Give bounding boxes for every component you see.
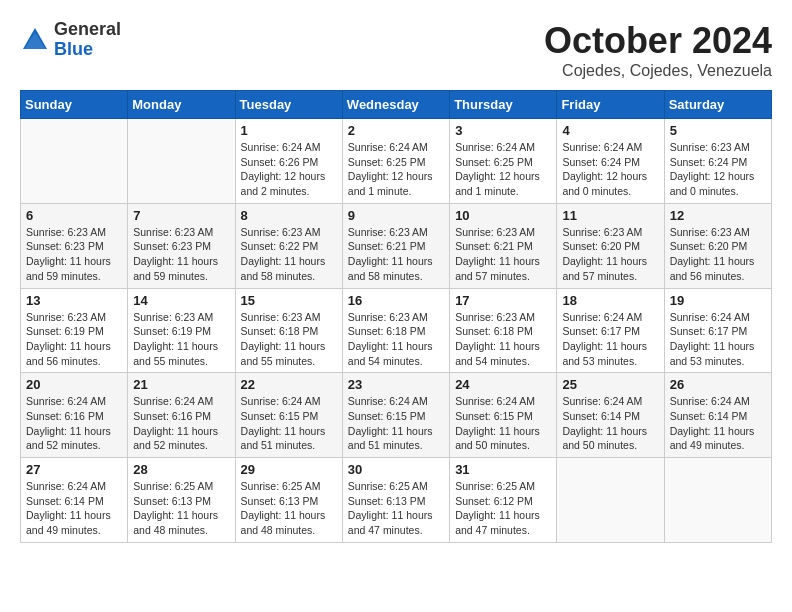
day-number: 29 xyxy=(241,462,337,477)
day-number: 27 xyxy=(26,462,122,477)
day-number: 23 xyxy=(348,377,444,392)
day-number: 14 xyxy=(133,293,229,308)
day-number: 26 xyxy=(670,377,766,392)
page-header: General Blue October 2024 Cojedes, Cojed… xyxy=(20,20,772,80)
day-info: Sunrise: 6:24 AM Sunset: 6:25 PM Dayligh… xyxy=(455,140,551,199)
calendar-cell: 26Sunrise: 6:24 AM Sunset: 6:14 PM Dayli… xyxy=(664,373,771,458)
calendar-cell: 11Sunrise: 6:23 AM Sunset: 6:20 PM Dayli… xyxy=(557,203,664,288)
calendar-cell: 16Sunrise: 6:23 AM Sunset: 6:18 PM Dayli… xyxy=(342,288,449,373)
day-number: 10 xyxy=(455,208,551,223)
calendar-cell: 7Sunrise: 6:23 AM Sunset: 6:23 PM Daylig… xyxy=(128,203,235,288)
calendar-cell: 3Sunrise: 6:24 AM Sunset: 6:25 PM Daylig… xyxy=(450,119,557,204)
logo-icon xyxy=(20,25,50,55)
calendar-cell: 24Sunrise: 6:24 AM Sunset: 6:15 PM Dayli… xyxy=(450,373,557,458)
calendar-cell: 10Sunrise: 6:23 AM Sunset: 6:21 PM Dayli… xyxy=(450,203,557,288)
calendar-cell: 6Sunrise: 6:23 AM Sunset: 6:23 PM Daylig… xyxy=(21,203,128,288)
calendar-cell: 18Sunrise: 6:24 AM Sunset: 6:17 PM Dayli… xyxy=(557,288,664,373)
day-number: 5 xyxy=(670,123,766,138)
day-number: 12 xyxy=(670,208,766,223)
day-info: Sunrise: 6:24 AM Sunset: 6:16 PM Dayligh… xyxy=(133,394,229,453)
calendar-cell: 1Sunrise: 6:24 AM Sunset: 6:26 PM Daylig… xyxy=(235,119,342,204)
calendar-cell: 9Sunrise: 6:23 AM Sunset: 6:21 PM Daylig… xyxy=(342,203,449,288)
day-info: Sunrise: 6:25 AM Sunset: 6:13 PM Dayligh… xyxy=(133,479,229,538)
day-info: Sunrise: 6:24 AM Sunset: 6:25 PM Dayligh… xyxy=(348,140,444,199)
day-info: Sunrise: 6:24 AM Sunset: 6:26 PM Dayligh… xyxy=(241,140,337,199)
svg-marker-1 xyxy=(25,32,46,49)
col-header-monday: Monday xyxy=(128,91,235,119)
col-header-saturday: Saturday xyxy=(664,91,771,119)
day-info: Sunrise: 6:23 AM Sunset: 6:19 PM Dayligh… xyxy=(133,310,229,369)
logo-general-text: General xyxy=(54,19,121,39)
day-number: 13 xyxy=(26,293,122,308)
logo: General Blue xyxy=(20,20,121,60)
calendar-cell xyxy=(21,119,128,204)
day-number: 17 xyxy=(455,293,551,308)
calendar-cell xyxy=(128,119,235,204)
day-number: 31 xyxy=(455,462,551,477)
day-info: Sunrise: 6:24 AM Sunset: 6:15 PM Dayligh… xyxy=(241,394,337,453)
day-number: 1 xyxy=(241,123,337,138)
calendar-cell: 12Sunrise: 6:23 AM Sunset: 6:20 PM Dayli… xyxy=(664,203,771,288)
logo-blue-text: Blue xyxy=(54,39,93,59)
day-number: 25 xyxy=(562,377,658,392)
calendar-cell: 28Sunrise: 6:25 AM Sunset: 6:13 PM Dayli… xyxy=(128,458,235,543)
calendar-cell: 20Sunrise: 6:24 AM Sunset: 6:16 PM Dayli… xyxy=(21,373,128,458)
col-header-friday: Friday xyxy=(557,91,664,119)
day-info: Sunrise: 6:24 AM Sunset: 6:17 PM Dayligh… xyxy=(670,310,766,369)
day-info: Sunrise: 6:23 AM Sunset: 6:20 PM Dayligh… xyxy=(562,225,658,284)
title-block: October 2024 Cojedes, Cojedes, Venezuela xyxy=(544,20,772,80)
col-header-tuesday: Tuesday xyxy=(235,91,342,119)
col-header-thursday: Thursday xyxy=(450,91,557,119)
calendar-cell: 21Sunrise: 6:24 AM Sunset: 6:16 PM Dayli… xyxy=(128,373,235,458)
day-info: Sunrise: 6:25 AM Sunset: 6:12 PM Dayligh… xyxy=(455,479,551,538)
calendar-cell: 30Sunrise: 6:25 AM Sunset: 6:13 PM Dayli… xyxy=(342,458,449,543)
day-info: Sunrise: 6:23 AM Sunset: 6:22 PM Dayligh… xyxy=(241,225,337,284)
col-header-sunday: Sunday xyxy=(21,91,128,119)
day-info: Sunrise: 6:23 AM Sunset: 6:19 PM Dayligh… xyxy=(26,310,122,369)
month-title: October 2024 xyxy=(544,20,772,62)
day-number: 30 xyxy=(348,462,444,477)
calendar-cell xyxy=(664,458,771,543)
calendar-cell xyxy=(557,458,664,543)
day-info: Sunrise: 6:25 AM Sunset: 6:13 PM Dayligh… xyxy=(241,479,337,538)
day-info: Sunrise: 6:23 AM Sunset: 6:23 PM Dayligh… xyxy=(133,225,229,284)
calendar-cell: 25Sunrise: 6:24 AM Sunset: 6:14 PM Dayli… xyxy=(557,373,664,458)
day-number: 6 xyxy=(26,208,122,223)
calendar-cell: 2Sunrise: 6:24 AM Sunset: 6:25 PM Daylig… xyxy=(342,119,449,204)
day-number: 9 xyxy=(348,208,444,223)
day-info: Sunrise: 6:24 AM Sunset: 6:14 PM Dayligh… xyxy=(26,479,122,538)
day-number: 20 xyxy=(26,377,122,392)
calendar-cell: 23Sunrise: 6:24 AM Sunset: 6:15 PM Dayli… xyxy=(342,373,449,458)
day-number: 2 xyxy=(348,123,444,138)
day-info: Sunrise: 6:24 AM Sunset: 6:16 PM Dayligh… xyxy=(26,394,122,453)
col-header-wednesday: Wednesday xyxy=(342,91,449,119)
calendar-cell: 19Sunrise: 6:24 AM Sunset: 6:17 PM Dayli… xyxy=(664,288,771,373)
calendar-cell: 17Sunrise: 6:23 AM Sunset: 6:18 PM Dayli… xyxy=(450,288,557,373)
calendar-cell: 27Sunrise: 6:24 AM Sunset: 6:14 PM Dayli… xyxy=(21,458,128,543)
day-info: Sunrise: 6:24 AM Sunset: 6:14 PM Dayligh… xyxy=(670,394,766,453)
day-number: 19 xyxy=(670,293,766,308)
calendar-cell: 31Sunrise: 6:25 AM Sunset: 6:12 PM Dayli… xyxy=(450,458,557,543)
day-info: Sunrise: 6:24 AM Sunset: 6:14 PM Dayligh… xyxy=(562,394,658,453)
calendar-table: SundayMondayTuesdayWednesdayThursdayFrid… xyxy=(20,90,772,543)
day-number: 8 xyxy=(241,208,337,223)
day-info: Sunrise: 6:23 AM Sunset: 6:21 PM Dayligh… xyxy=(348,225,444,284)
day-number: 11 xyxy=(562,208,658,223)
calendar-cell: 8Sunrise: 6:23 AM Sunset: 6:22 PM Daylig… xyxy=(235,203,342,288)
day-number: 18 xyxy=(562,293,658,308)
calendar-cell: 13Sunrise: 6:23 AM Sunset: 6:19 PM Dayli… xyxy=(21,288,128,373)
location-subtitle: Cojedes, Cojedes, Venezuela xyxy=(544,62,772,80)
calendar-cell: 4Sunrise: 6:24 AM Sunset: 6:24 PM Daylig… xyxy=(557,119,664,204)
day-info: Sunrise: 6:23 AM Sunset: 6:18 PM Dayligh… xyxy=(241,310,337,369)
day-number: 15 xyxy=(241,293,337,308)
day-info: Sunrise: 6:23 AM Sunset: 6:21 PM Dayligh… xyxy=(455,225,551,284)
calendar-cell: 29Sunrise: 6:25 AM Sunset: 6:13 PM Dayli… xyxy=(235,458,342,543)
day-number: 28 xyxy=(133,462,229,477)
calendar-cell: 22Sunrise: 6:24 AM Sunset: 6:15 PM Dayli… xyxy=(235,373,342,458)
day-info: Sunrise: 6:25 AM Sunset: 6:13 PM Dayligh… xyxy=(348,479,444,538)
day-info: Sunrise: 6:24 AM Sunset: 6:24 PM Dayligh… xyxy=(562,140,658,199)
day-info: Sunrise: 6:24 AM Sunset: 6:15 PM Dayligh… xyxy=(348,394,444,453)
day-number: 16 xyxy=(348,293,444,308)
day-info: Sunrise: 6:23 AM Sunset: 6:24 PM Dayligh… xyxy=(670,140,766,199)
day-info: Sunrise: 6:23 AM Sunset: 6:18 PM Dayligh… xyxy=(348,310,444,369)
